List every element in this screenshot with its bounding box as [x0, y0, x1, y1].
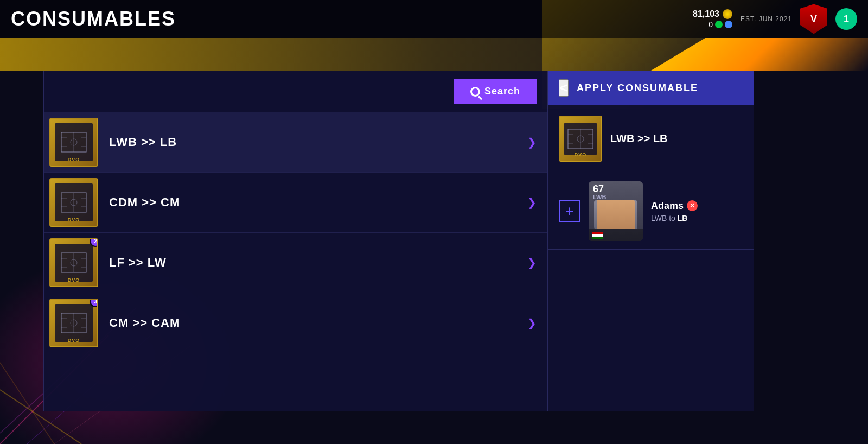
consumable-row-lwb-lb[interactable]: DVO LWB >> LB ❯ — [44, 112, 547, 172]
player-flag — [592, 232, 603, 239]
points-value: 0 — [709, 20, 713, 29]
row-arrow-cdm-cm: ❯ — [527, 196, 537, 209]
blue-currency-icon — [725, 21, 732, 28]
est-label: EST. JUN 2021 — [741, 15, 792, 23]
row-arrow-lwb-lb: ❯ — [527, 136, 537, 149]
shield-letter: V — [810, 14, 817, 25]
avatar-shield: V — [800, 4, 827, 34]
consumable-label-lwb-lb: LWB >> LB — [98, 135, 527, 149]
player-photo — [594, 200, 637, 229]
page-title: CONSUMABLES — [11, 8, 176, 30]
right-panel: < APPLY CONSUMABLE DVO — [548, 71, 754, 411]
coins-value: 81,103 — [693, 9, 719, 19]
consumable-card-large: DVO — [559, 116, 602, 162]
points-row: 0 — [709, 20, 732, 29]
card-thumbnail-lwb-lb: DVO — [49, 118, 98, 167]
search-icon — [470, 87, 480, 97]
row-arrow-lf-lw: ❯ — [527, 256, 537, 269]
player-rating: 67 — [593, 184, 606, 194]
panel-container: Search — [43, 71, 825, 411]
consumable-label-cm-cam: CM >> CAM — [98, 316, 527, 330]
top-bar: CONSUMABLES 81,103 0 EST. JUN 2021 V 1 — [0, 0, 868, 38]
search-bar-container: Search — [44, 71, 547, 112]
card-thumbnail-lf-lw: 2 DVO — [49, 238, 98, 287]
player-face — [597, 200, 635, 229]
right-panel-title: APPLY CONSUMABLE — [577, 83, 698, 94]
consumable-row-cm-cam[interactable]: 3 DVO CM >> CAM — [44, 293, 547, 353]
currency-info: 81,103 0 — [693, 9, 732, 29]
tactical-lines-icon-3 — [60, 252, 87, 274]
consumable-row-cdm-cm[interactable]: DVO CDM >> CM ❯ — [44, 172, 547, 232]
tactical-lines-icon-4 — [60, 312, 87, 334]
consumable-label-cdm-cm: CDM >> CM — [98, 195, 527, 210]
green-currency-icon — [715, 21, 723, 28]
tactical-lines-icon — [60, 131, 87, 153]
search-button[interactable]: Search — [454, 79, 537, 104]
left-panel: Search — [43, 71, 548, 411]
position-change: LWB to LB — [651, 214, 743, 223]
player-name: Adams ✕ — [651, 200, 743, 212]
consumable-display: DVO LWB >> LB — [548, 105, 754, 173]
player-info: Adams ✕ LWB to LB — [651, 200, 743, 223]
add-player-button[interactable]: + — [559, 200, 580, 222]
player-position: LWB — [593, 194, 606, 200]
consumable-row-lf-lw[interactable]: 2 DVO LF >> LW — [44, 232, 547, 293]
row-arrow-cm-cam: ❯ — [527, 316, 537, 329]
player-status-icon: ✕ — [687, 200, 698, 211]
player-section: + 67 LWB Adams ✕ — [548, 173, 754, 250]
consumables-list[interactable]: DVO LWB >> LB ❯ — [44, 112, 547, 411]
consumable-label-lf-lw: LF >> LW — [98, 256, 527, 270]
coins-row: 81,103 — [693, 9, 732, 19]
yellow-banner — [0, 38, 868, 71]
card-thumbnail-cm-cam: 3 DVO — [49, 299, 98, 347]
coin-icon — [723, 9, 732, 19]
consumable-card-name: LWB >> LB — [610, 132, 668, 145]
back-button[interactable]: < — [559, 79, 569, 97]
right-panel-header: < APPLY CONSUMABLE — [548, 71, 754, 105]
tactical-lines-icon-2 — [60, 192, 87, 213]
level-badge[interactable]: 1 — [835, 8, 857, 30]
card-thumbnail-cdm-cm: DVO — [49, 178, 98, 227]
top-bar-right: 81,103 0 EST. JUN 2021 V 1 — [693, 4, 857, 34]
consumable-card-tactical-icon — [567, 128, 594, 150]
player-card[interactable]: 67 LWB — [589, 181, 643, 241]
